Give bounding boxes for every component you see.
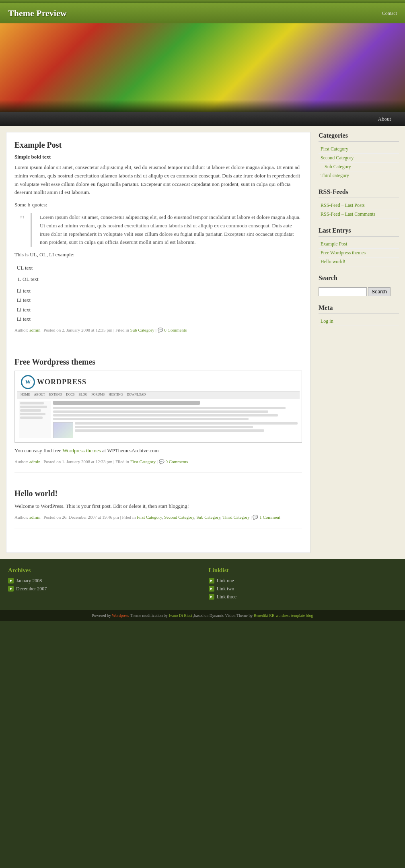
archive-link[interactable]: January 2008	[16, 578, 42, 584]
wp-brand-text: WORDPRESS	[37, 378, 86, 386]
category-link[interactable]: Second Category	[321, 155, 354, 161]
comments-link[interactable]: 0 Comments	[164, 328, 187, 332]
archive-item: January 2008	[8, 578, 197, 584]
author-link[interactable]: admin	[29, 459, 41, 464]
post1-meta: Author: admin | Posted on 2. January 200…	[14, 328, 302, 333]
post1-ol-list: OL text	[14, 274, 302, 284]
post2-body-after: at WPThemesArchive.com	[102, 447, 159, 454]
login-link[interactable]: Log in	[321, 318, 333, 324]
modification-text: Theme modification by	[130, 613, 168, 618]
post1-li-list: Li text Li text Li text Li text	[14, 286, 302, 324]
post1-list-label: This is UL, OL, LI example:	[14, 251, 302, 259]
list-item: UL text	[14, 263, 302, 272]
header-links: Contact	[382, 10, 397, 16]
post1-ul-list: UL text	[14, 263, 302, 272]
nav-about[interactable]: About	[372, 113, 397, 126]
post1-date: 2. January 2008 at 12:35 pm	[62, 328, 112, 332]
link-item: Link three	[209, 594, 397, 600]
entry-link[interactable]: Free Wordpress themes	[321, 250, 366, 256]
creator-link[interactable]: Benedikt RB	[254, 613, 275, 618]
entry-link[interactable]: Example Post	[321, 241, 347, 247]
template-link[interactable]: wordress template blog	[275, 613, 313, 618]
post2-body: You can easy find free Wordpress themes …	[14, 447, 302, 455]
archive-link[interactable]: December 2007	[16, 586, 47, 592]
entry-link[interactable]: Hello world!	[321, 259, 345, 264]
last-entries-title: Last Entrys	[319, 227, 399, 237]
list-item: OL text	[23, 274, 302, 284]
rss-item: RSS-Feed – Last Comments	[319, 210, 399, 219]
category-link[interactable]: Sub Category	[325, 164, 351, 169]
list-item: Li text	[14, 286, 302, 295]
quote-mark: "	[20, 213, 25, 225]
hero-overlay	[0, 100, 405, 112]
search-button[interactable]: Search	[368, 287, 391, 296]
footer-link[interactable]: Link one	[217, 578, 234, 584]
site-title: Theme Preview	[8, 8, 67, 19]
wordpress-link[interactable]: Wordpress	[112, 613, 129, 618]
link-item: Link one	[209, 578, 397, 584]
search-title: Search	[319, 274, 399, 284]
footer-link[interactable]: Link two	[217, 586, 234, 592]
meta-list: Log in	[319, 317, 399, 326]
post1-quote: " Lorem ipsum dolor sit amet, consectetu…	[31, 213, 302, 247]
category-link[interactable]: First Category	[321, 146, 348, 152]
comments-link[interactable]: 0 Comments	[165, 459, 188, 464]
contact-link[interactable]: Contact	[382, 10, 397, 16]
rss-posts-link[interactable]: RSS-Feed – Last Posts	[321, 202, 365, 208]
search-row: Search	[319, 287, 399, 296]
comments-link[interactable]: 1 Comment	[259, 515, 280, 520]
meta-item: Log in	[319, 317, 399, 326]
category-item: First Category	[319, 145, 399, 154]
link-item: Link two	[209, 586, 397, 592]
wp-content-mock	[17, 399, 300, 440]
list-item: Li text	[14, 314, 302, 324]
comment-icon: 💬	[158, 328, 163, 332]
category-link[interactable]: Sub Category	[196, 515, 220, 520]
post2-body-before: You can easy find free	[14, 447, 61, 454]
archives-list: January 2008 December 2007	[8, 578, 197, 592]
category-link[interactable]: Third Category	[222, 515, 250, 520]
author-link[interactable]: admin	[29, 515, 41, 520]
post1-title: Example Post	[14, 140, 302, 150]
wp-nav-item: FORUMS	[90, 392, 106, 398]
category-link[interactable]: Second Category	[164, 515, 194, 520]
category-link[interactable]: First Category	[137, 515, 162, 520]
arrow-icon	[8, 586, 14, 592]
post2-date: 1. January 2008 at 12:33 pm	[62, 459, 112, 464]
archives-title: Archives	[8, 567, 197, 574]
wp-nav-mock: HOME ABOUT EXTEND DOCS BLOG FORUMS HOSTI…	[17, 392, 300, 399]
category-link[interactable]: Sub Category	[130, 328, 154, 332]
modifier-link[interactable]: Ivano Di Biasi	[169, 613, 192, 618]
rss-comments-link[interactable]: RSS-Feed – Last Comments	[321, 211, 375, 217]
wordpress-themes-link[interactable]: Wordpress themes	[62, 447, 101, 454]
top-bar	[0, 0, 405, 3]
list-item: Li text	[14, 305, 302, 314]
rss-item: RSS-Feed – Last Posts	[319, 201, 399, 210]
arrow-icon	[8, 578, 14, 583]
hero-image	[0, 23, 405, 112]
based-text: ,based on Dynamic Vision Theme by	[193, 613, 253, 618]
rss-list: RSS-Feed – Last Posts RSS-Feed – Last Co…	[319, 201, 399, 219]
post3-title: Hello world!	[14, 489, 302, 498]
search-widget: Search Search	[319, 274, 399, 296]
categories-list: First Category Second Category Sub Categ…	[319, 145, 399, 180]
wp-nav-item: HOSTING	[107, 392, 124, 398]
post-hello: Hello world! Welcome to WordPress. This …	[14, 489, 302, 528]
footer-link[interactable]: Link three	[217, 594, 237, 600]
categories-widget: Categories First Category Second Categor…	[319, 132, 399, 180]
comment-icon: 💬	[159, 459, 164, 464]
linklist-list: Link one Link two Link three	[209, 578, 397, 600]
search-input[interactable]	[319, 287, 367, 296]
post3-meta: Author: admin | Posted on 26. December 2…	[14, 515, 302, 520]
powered-text: Powered by	[92, 613, 111, 618]
arrow-icon	[209, 586, 214, 592]
categories-title: Categories	[319, 132, 399, 142]
author-link[interactable]: admin	[29, 328, 41, 332]
wp-nav-item: EXTEND	[47, 392, 64, 398]
archive-item: December 2007	[8, 586, 197, 592]
category-link[interactable]: Third category	[321, 173, 349, 178]
category-link[interactable]: First Category	[130, 459, 156, 464]
entry-item: Example Post	[319, 240, 399, 249]
linklist-col: Linklist Link one Link two Link three	[209, 567, 397, 602]
wp-main-mock	[53, 401, 298, 438]
